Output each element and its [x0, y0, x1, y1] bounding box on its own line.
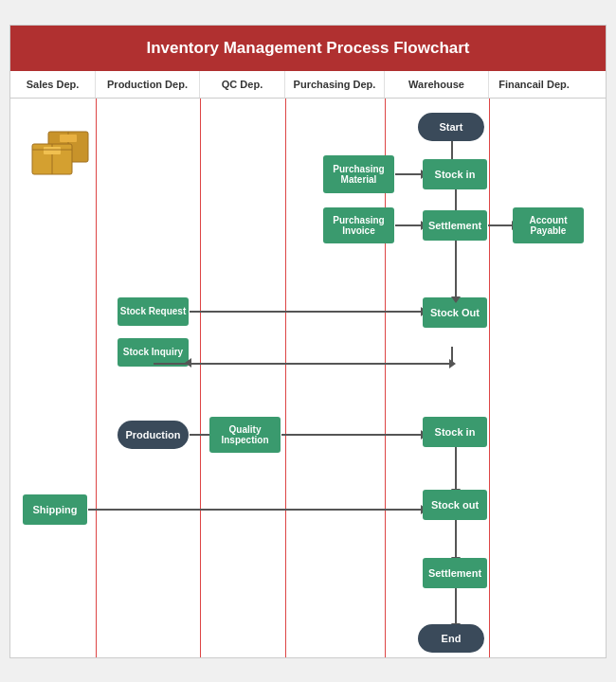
boxes-icon — [25, 127, 96, 186]
arrow-settlement1-stockout1 — [455, 241, 457, 297]
node-quality-inspection: Quality Inspection — [209, 417, 281, 453]
col-production: Production Dep. — [96, 71, 200, 98]
node-production: Production — [118, 421, 189, 449]
col-purchasing: Purchasing Dep. — [285, 71, 385, 98]
col-sales: Sales Dep. — [10, 71, 96, 98]
col-warehouse: Warehouse — [385, 71, 489, 98]
node-shipping: Shipping — [23, 494, 87, 525]
col-qc: QC Dep. — [200, 71, 285, 98]
lane-line-5 — [489, 99, 490, 657]
flowchart-container: Inventory Management Process Flowchart S… — [9, 25, 607, 658]
svg-rect-5 — [44, 147, 61, 154]
arrow-pi-settlement1 — [395, 224, 422, 226]
arrow-settlement2-end — [455, 588, 457, 624]
arrow-pm-stockin1 — [395, 173, 422, 175]
arrow-qi-stockin2 — [281, 434, 422, 436]
node-settlement-2: Settlement — [423, 558, 487, 588]
diagram-area: Start Purchasing Material Stock in Purch… — [10, 99, 606, 657]
node-stock-in-2: Stock in — [423, 417, 487, 447]
arrowhead-left-stockinquiry — [185, 358, 191, 368]
arrow-stockin2-stockout2 — [455, 447, 457, 490]
node-account-payable: Account Payable — [513, 207, 584, 243]
col-financial: Financail Dep. — [489, 71, 579, 98]
lane-line-3 — [285, 99, 286, 657]
chart-title: Inventory Management Process Flowchart — [10, 26, 606, 71]
node-stock-request: Stock Request — [118, 297, 189, 326]
columns-header: Sales Dep. Production Dep. QC Dep. Purch… — [10, 71, 606, 99]
node-purchasing-invoice: Purchasing Invoice — [323, 207, 394, 243]
node-stock-in-1: Stock in — [423, 159, 487, 189]
arrow-back-stockinquiry — [154, 363, 450, 365]
arrow-stockout2-settlement2 — [455, 520, 457, 558]
arrow-sr-stockout1 — [190, 311, 422, 313]
node-end: End — [418, 624, 484, 653]
svg-rect-2 — [60, 135, 77, 142]
arrow-settlement1-ap — [488, 224, 513, 226]
lane-line-1 — [96, 99, 97, 657]
node-settlement-1: Settlement — [423, 210, 487, 241]
node-start: Start — [418, 113, 484, 141]
node-purchasing-material: Purchasing Material — [323, 155, 394, 193]
arrow-shipping-stockout2 — [88, 509, 422, 511]
lane-line-2 — [200, 99, 201, 657]
node-stock-out-2: Stock out — [423, 490, 487, 520]
